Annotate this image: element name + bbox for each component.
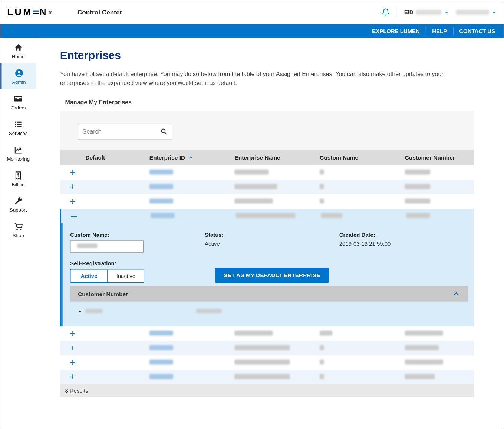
self-registration-label: Self-Registration: — [70, 260, 144, 266]
sidebar-item-label: Shop — [13, 233, 24, 238]
sidebar-item-label: Orders — [11, 105, 26, 110]
divider — [397, 7, 397, 17]
expand-toggle[interactable]: + — [60, 357, 86, 368]
sidebar-item-admin[interactable]: Admin — [0, 63, 36, 89]
sidebar-item-label: Admin — [12, 80, 26, 85]
created-date-label: Created Date: — [339, 232, 468, 238]
top-header: LUMN® Control Center EID — [0, 0, 504, 24]
col-default[interactable]: Default — [86, 154, 149, 161]
cell-enterprise-id[interactable] — [149, 184, 173, 189]
notifications-icon[interactable] — [382, 8, 390, 16]
sidebar-item-support[interactable]: Support — [0, 191, 36, 217]
table-row: + — [60, 180, 474, 194]
cell-enterprise-name — [234, 330, 273, 335]
table-row: + — [60, 165, 474, 180]
sidebar-item-monitoring[interactable]: Monitoring — [0, 140, 36, 166]
cell-custom-name — [320, 345, 324, 350]
sort-asc-icon — [188, 155, 194, 161]
svg-point-10 — [20, 229, 22, 230]
nav-contact[interactable]: CONTACT US — [459, 28, 495, 34]
cell-customer-number — [405, 359, 443, 364]
eid-dropdown[interactable]: EID — [404, 9, 449, 15]
custom-name-label: Custom Name: — [70, 232, 199, 238]
chart-icon — [14, 145, 23, 154]
cell-custom-name — [320, 198, 324, 203]
sidebar: Home Admin Orders Services Monitoring $ … — [0, 38, 36, 406]
svg-point-9 — [16, 229, 18, 230]
sidebar-item-services[interactable]: Services — [0, 115, 36, 140]
cell-customer-number — [405, 374, 435, 379]
expand-toggle[interactable]: + — [60, 328, 86, 339]
cell-enterprise-name — [236, 213, 296, 218]
cell-enterprise-name — [234, 359, 290, 364]
sidebar-item-billing[interactable]: $ Billing — [0, 166, 36, 191]
cell-enterprise-id[interactable] — [151, 213, 174, 218]
table-row: + — [60, 194, 474, 209]
search-input[interactable] — [83, 128, 160, 135]
seg-inactive[interactable]: Inactive — [108, 270, 144, 282]
svg-rect-4 — [15, 124, 16, 125]
cell-enterprise-name — [234, 169, 269, 174]
col-enterprise-id[interactable]: Enterprise ID — [149, 154, 235, 161]
sidebar-item-label: Services — [9, 131, 28, 136]
secondary-nav: EXPLORE LUMEN HELP CONTACT US — [0, 24, 504, 38]
cell-customer-number — [405, 184, 431, 189]
table-row: + — [60, 355, 474, 370]
customer-number-item — [86, 309, 103, 313]
chevron-down-icon — [492, 10, 497, 15]
cell-customer-number — [405, 169, 431, 174]
col-enterprise-name[interactable]: Enterprise Name — [234, 154, 320, 161]
cell-enterprise-id[interactable] — [149, 345, 173, 350]
sidebar-item-orders[interactable]: Orders — [0, 89, 36, 115]
expand-toggle[interactable]: + — [60, 196, 86, 207]
customer-number-row — [70, 302, 468, 317]
custom-name-value — [77, 243, 98, 248]
chevron-down-icon — [444, 10, 449, 15]
nav-help[interactable]: HELP — [432, 28, 447, 34]
cell-custom-name — [320, 169, 324, 174]
user-dropdown[interactable] — [456, 10, 497, 15]
nav-explore[interactable]: EXPLORE LUMEN — [372, 28, 420, 34]
sidebar-item-home[interactable]: Home — [0, 38, 36, 63]
cell-enterprise-name — [234, 345, 290, 350]
cell-enterprise-name — [234, 184, 277, 189]
customer-number-section-header[interactable]: Customer Number — [70, 286, 468, 301]
sidebar-item-shop[interactable]: Shop — [0, 217, 36, 242]
cell-enterprise-id[interactable] — [149, 359, 173, 364]
cell-custom-name — [320, 184, 324, 189]
cell-enterprise-id[interactable] — [149, 374, 173, 379]
cell-enterprise-name — [234, 374, 290, 379]
expand-toggle[interactable]: + — [60, 371, 86, 383]
customer-number-detail — [196, 309, 222, 313]
seg-active[interactable]: Active — [70, 270, 107, 282]
cell-enterprise-id[interactable] — [149, 198, 173, 203]
svg-rect-2 — [15, 122, 16, 123]
expand-toggle[interactable]: + — [60, 181, 86, 193]
svg-rect-7 — [17, 126, 22, 127]
search-box — [78, 124, 172, 140]
cell-custom-name — [321, 213, 342, 218]
table-row: + — [60, 341, 474, 355]
expand-toggle[interactable]: + — [60, 343, 86, 354]
svg-rect-6 — [15, 126, 16, 127]
page-description: You have not set a default enterprise. Y… — [60, 70, 469, 88]
col-custom-name[interactable]: Custom Name — [320, 154, 405, 161]
set-default-button[interactable]: SET AS MY DEFAULT ENTERPRISE — [215, 268, 329, 283]
logo: LUMN® — [7, 7, 52, 18]
results-count: 8 Results — [65, 387, 88, 394]
expand-toggle[interactable]: + — [60, 167, 86, 178]
enterprise-table: Default Enterprise ID Enterprise Name Cu… — [60, 150, 474, 397]
divider — [426, 27, 426, 34]
cell-enterprise-id[interactable] — [149, 330, 173, 335]
col-customer-number[interactable]: Customer Number — [405, 154, 474, 161]
inbox-icon — [14, 94, 23, 104]
created-date-value: 2019-03-13 21:59:00 — [339, 240, 468, 247]
svg-rect-3 — [17, 122, 22, 123]
cell-custom-name — [320, 374, 324, 379]
cell-custom-name — [320, 359, 324, 364]
self-registration-toggle: Active Inactive — [70, 269, 144, 283]
cell-enterprise-id[interactable] — [149, 169, 173, 174]
eid-label: EID — [404, 9, 414, 15]
search-icon[interactable] — [160, 128, 168, 135]
table-footer: 8 Results — [60, 384, 474, 397]
